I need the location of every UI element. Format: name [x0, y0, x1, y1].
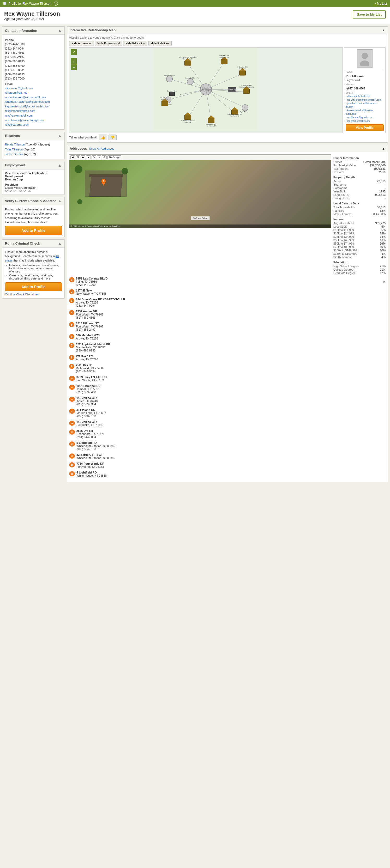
verify-description: Find out which address(es) and landline …: [5, 207, 62, 224]
addr-street-19: 5 Lightfield RD: [77, 471, 386, 474]
birdeye-button[interactable]: Bird's eye: [108, 155, 121, 159]
svg-text:32 Bartle CT Tie CT: 32 Bartle CT Tie CT: [181, 120, 194, 122]
addr-content-15: 2525 Drs Rd Rosenberg, TX 77471 (281) 34…: [77, 429, 386, 439]
svg-text:Renda Tillerson: Renda Tillerson: [164, 74, 175, 76]
verify-title: Verify Current Phone & Address: [5, 199, 56, 203]
sidebar-email: • jonathan.h.acton@exxonmo bil.com: [346, 102, 384, 109]
help-icon[interactable]: ?: [54, 2, 58, 6]
criminal-disclaimer-link[interactable]: Criminal Check Disclaimer: [5, 293, 39, 296]
svg-rect-15: [185, 61, 191, 65]
addr-content-11: 10018 Kleppel RD Tomball, TX 77375 (713)…: [77, 384, 386, 394]
relative-link[interactable]: Tyler Tillerson (Age: 28): [5, 147, 62, 152]
hide-professional-button[interactable]: Hide Professional: [95, 41, 122, 46]
zoom-in-button[interactable]: +: [71, 58, 77, 64]
map-north[interactable]: N: [76, 155, 80, 159]
svg-text:Jackie St Clair: Jackie St Clair: [185, 77, 195, 79]
my-list-link[interactable]: « My List: [374, 2, 387, 5]
addr-street-6: 350 Marshall WAY: [76, 334, 386, 337]
employment-card: Employment ▲ Vice President Bpa Applicat…: [2, 161, 65, 195]
est-market-row: Est. Market Value $39,250,000: [333, 164, 386, 167]
addr-content-8: PO Box 1171 Argyle, TX 76226: [76, 354, 386, 361]
criminal-item: Felonies, misdemeanors, sex offenses, tr…: [9, 264, 62, 273]
add-to-profile-button-1[interactable]: Add to Profile: [5, 226, 62, 235]
education-grad: Graduate Degree 12%: [333, 272, 386, 275]
fullscreen-icon[interactable]: ⤢: [71, 49, 77, 55]
addr-num-2: 2: [69, 289, 74, 294]
svg-text:Fort Worth, TX: Fort Worth, TX: [230, 115, 239, 117]
addr-content-1: 5959 Las Colinas BLVD Irving, TX 75039 (…: [76, 277, 383, 286]
criminal-collapse-icon[interactable]: ▲: [58, 241, 62, 246]
map-circle[interactable]: ○: [97, 155, 101, 159]
email-item: rex@exxonmobil.com: [5, 114, 62, 118]
addr-city-15: Rosenberg, TX 77471: [77, 432, 386, 435]
addr-num-12: 12: [69, 397, 75, 402]
criminal-header: Run a Criminal Check ▲: [2, 240, 64, 248]
relatives-collapse-icon[interactable]: ▲: [58, 133, 62, 138]
sidebar-phone: • (817) 369-4363: [346, 87, 384, 91]
addr-content-18: 7716 Four Winds DR Fort Worth, TX 76133: [77, 462, 386, 468]
families-row: Families 62%: [333, 209, 386, 212]
hide-addresses-button[interactable]: Hide Addresses: [69, 41, 94, 46]
svg-text:Richmond, TX: Richmond, TX: [220, 57, 229, 58]
hide-education-button[interactable]: Hide Education: [123, 41, 147, 46]
left-column: Contact Information ▲ Phone (972) 444-10…: [2, 26, 65, 482]
view-profile-button[interactable]: View Profile: [346, 124, 384, 131]
addr-city-16: Whitehouse Station, NJ 08889: [77, 444, 386, 447]
main-container: Contact Information ▲ Phone (972) 444-10…: [0, 24, 390, 484]
map-arrow-right[interactable]: ▶: [81, 155, 85, 159]
svg-text:Exxon Mobil Corporation: Exxon Mobil Corporation: [223, 89, 242, 91]
job-2: President Exxon Mobil Corporation Apr 20…: [5, 183, 62, 192]
sidebar-email: • elihernand2@aol.com: [346, 95, 384, 98]
address-item-19: 19 5 Lightfield RD White House, NJ 08888: [69, 471, 386, 477]
save-to-my-list-button[interactable]: Save to My List: [353, 10, 386, 19]
addr-arrow-1[interactable]: ▶: [384, 280, 386, 283]
thumbs-up-button[interactable]: 👍: [99, 134, 107, 140]
show-all-addresses-link[interactable]: Show All Addresses: [89, 147, 114, 150]
addr-city-6: Argyle, TX 76226: [76, 337, 386, 340]
job-2-org: Exxon Mobil Corporation: [5, 186, 62, 189]
addr-street-15: 2525 Drs Rd: [77, 429, 386, 432]
hide-relatives-button[interactable]: Hide Relatives: [148, 41, 172, 46]
addr-city-1: Irving, TX 75039: [76, 280, 383, 283]
bathrooms-row: Bathrooms -: [333, 186, 386, 190]
tree-1: [74, 165, 83, 173]
map-arrow-left[interactable]: ◀: [70, 155, 75, 159]
person-name: Rex Wayne Tillerson: [4, 10, 60, 17]
addr-street-10: 3709 Lucy LN #APT 96: [77, 375, 386, 379]
relationship-map-content: Rex Tillerson: [69, 48, 386, 133]
sidebar-profile-age: 64 years old: [346, 78, 384, 82]
phone-label: Phone: [5, 38, 62, 41]
add-to-profile-button-2[interactable]: Add to Profile: [5, 282, 62, 291]
addr-city-7: Marble Falls, TX 78657: [76, 346, 386, 349]
verify-collapse-icon[interactable]: ▲: [58, 199, 62, 204]
address-item-13: 13 311 Island DR Marble Falls, TX 78657 …: [69, 408, 386, 418]
zoom-out-button[interactable]: −: [71, 64, 77, 70]
relationship-map-collapse-icon[interactable]: ▲: [382, 28, 385, 32]
svg-text:Whitehouse Station, NJ: Whitehouse Station, NJ: [239, 86, 254, 88]
relative-link[interactable]: Jackie St Clair (Age: 82): [5, 152, 62, 157]
income-15k-24999: $15k to $24,999 13%: [333, 232, 386, 235]
education-hs: High School Degree 21%: [333, 265, 386, 268]
thumbs-down-button[interactable]: 👎: [109, 134, 117, 140]
owner-info-title: Owner Information: [333, 156, 386, 160]
relationship-map-visual[interactable]: Rex Tillerson: [69, 48, 343, 133]
employment-collapse-icon[interactable]: ▲: [58, 163, 62, 168]
address-item-16: 16 5 Lightfield RD Whitehouse Station, N…: [69, 441, 386, 451]
email-item: rtillerson@att.net: [5, 91, 62, 95]
addresses-collapse-icon[interactable]: ▲: [382, 147, 385, 150]
relationship-map-svg[interactable]: Rex Tillerson: [69, 48, 342, 131]
addr-city-10: Fort Worth, TX 76133: [77, 379, 386, 382]
map-layers[interactable]: ⊕: [102, 155, 107, 159]
aerial-map[interactable]: ◀ N ▶ ▼ ⊙ ○ ⊕ Bird's eye: [69, 154, 331, 228]
contact-collapse-icon[interactable]: ▲: [58, 28, 62, 33]
relative-link[interactable]: Renda Tillerson (Age: 60) (Spouse): [5, 142, 62, 147]
map-controls-bar: ◀ N ▶ ▼ ⊙ ○ ⊕ Bird's eye: [69, 155, 331, 160]
svg-rect-47: [170, 92, 175, 96]
map-location[interactable]: ⊙: [92, 155, 96, 159]
fullscreen-button[interactable]: ⤢: [71, 49, 77, 55]
map-arrow-down[interactable]: ▼: [86, 155, 91, 159]
addr-phone-15: (281) 344-9094: [77, 435, 386, 439]
states-link[interactable]: 43 states: [5, 254, 59, 262]
addr-content-14: 146 Jellico CIR Southlake, TX 76092: [77, 420, 386, 427]
addr-phone-4: (817) 369-4363: [76, 316, 386, 319]
